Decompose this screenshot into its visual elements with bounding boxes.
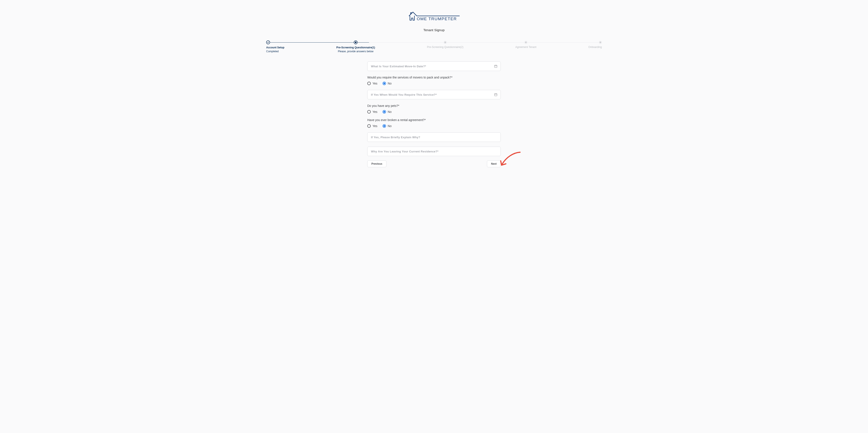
- radio-label: Yes: [372, 110, 377, 113]
- movers-service-date-input-shell[interactable]: [367, 90, 501, 99]
- calendar-icon: [494, 93, 497, 96]
- radio-label: No: [388, 110, 392, 113]
- broken-explain-input[interactable]: [367, 132, 501, 142]
- step-prescreening-1: Pre-Screening Questionnaire(1) Please, p…: [336, 40, 375, 53]
- logo-text: OME TRUMPETER: [417, 16, 457, 21]
- step-dot-pending-icon: [444, 41, 447, 44]
- movers-radio-group: Yes No: [367, 82, 501, 85]
- radio-icon: [382, 124, 386, 128]
- svg-rect-1: [494, 94, 497, 96]
- svg-rect-0: [494, 65, 497, 67]
- broken-question-label: Have you ever broken a rental agreement?…: [367, 118, 501, 122]
- home-trumpeter-logo-icon: OME TRUMPETER: [406, 9, 462, 22]
- step-sub: Completed: [266, 50, 279, 53]
- pets-radio-no[interactable]: No: [382, 110, 392, 113]
- field-move-in-date: [367, 62, 501, 71]
- step-dot-pending-icon: [599, 41, 602, 44]
- pets-radio-group: Yes No: [367, 110, 501, 113]
- field-broken-agreement: Have you ever broken a rental agreement?…: [367, 118, 501, 128]
- questionnaire-form: Would you require the services of movers…: [363, 62, 505, 167]
- movers-service-date-input[interactable]: [371, 93, 491, 96]
- field-movers-service-date: [367, 90, 501, 99]
- movers-question-label: Would you require the services of movers…: [367, 76, 501, 79]
- annotation-arrow-icon: [499, 151, 522, 170]
- radio-icon: [367, 110, 371, 113]
- broken-radio-group: Yes No: [367, 124, 501, 128]
- step-dot-completed-icon: [266, 40, 270, 44]
- radio-icon: [382, 82, 386, 85]
- radio-label: No: [388, 124, 392, 128]
- step-onboarding: Onboarding: [588, 40, 602, 53]
- field-leaving-reason: [367, 146, 501, 156]
- pets-question-label: Do you have any pets?*: [367, 104, 501, 107]
- field-movers: Would you require the services of movers…: [367, 76, 501, 85]
- step-label: Pre-Screening Questionnaire(1): [336, 46, 375, 49]
- field-pets: Do you have any pets?* Yes No: [367, 104, 501, 113]
- page: OME TRUMPETER Tenant Signup Account Setu…: [0, 0, 868, 433]
- radio-label: No: [388, 82, 392, 85]
- radio-label: Yes: [372, 82, 377, 85]
- previous-button[interactable]: Previous: [367, 160, 386, 167]
- leaving-reason-input[interactable]: [367, 146, 501, 156]
- radio-icon: [382, 110, 386, 113]
- next-button[interactable]: Next: [487, 160, 501, 167]
- move-in-date-input-shell[interactable]: [367, 62, 501, 71]
- step-label: Pre-Screening Questionnaire(2): [427, 45, 463, 48]
- calendar-icon: [494, 65, 497, 68]
- button-row: Previous Next: [367, 160, 501, 167]
- radio-label: Yes: [372, 124, 377, 128]
- step-agreement-tenant: Agreement Tenant: [515, 40, 536, 53]
- checkmark-icon: [267, 41, 269, 43]
- step-dot-active-icon: [354, 40, 358, 44]
- field-broken-explain: [367, 132, 501, 142]
- broken-radio-yes[interactable]: Yes: [367, 124, 377, 128]
- radio-icon: [367, 82, 371, 85]
- step-label: Account Setup: [266, 46, 284, 49]
- step-prescreening-2: Pre-Screening Questionnaire(2): [427, 40, 463, 53]
- movers-radio-no[interactable]: No: [382, 82, 392, 85]
- movers-radio-yes[interactable]: Yes: [367, 82, 377, 85]
- logo: OME TRUMPETER: [406, 9, 462, 23]
- stepper: Account Setup Completed Pre-Screening Qu…: [257, 40, 611, 53]
- radio-icon: [367, 124, 371, 128]
- step-label: Onboarding: [588, 45, 602, 48]
- step-account-setup: Account Setup Completed: [266, 40, 284, 53]
- pets-radio-yes[interactable]: Yes: [367, 110, 377, 113]
- step-sub: Please, provide answers below: [338, 50, 373, 53]
- step-dot-pending-icon: [524, 41, 527, 44]
- step-label: Agreement Tenant: [515, 45, 536, 48]
- header: OME TRUMPETER Tenant Signup: [0, 9, 868, 32]
- move-in-date-input[interactable]: [371, 65, 491, 68]
- page-subtitle: Tenant Signup: [424, 28, 445, 32]
- broken-radio-no[interactable]: No: [382, 124, 392, 128]
